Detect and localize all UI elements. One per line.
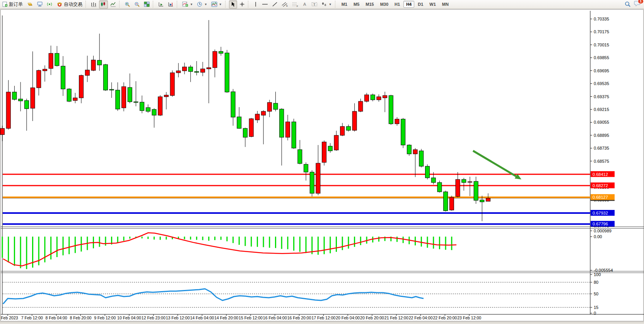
toolbar-separator <box>177 1 179 8</box>
candle-body <box>261 111 266 115</box>
text-label-button[interactable]: T <box>310 0 319 9</box>
candle-body <box>316 163 320 193</box>
auto-trading-label: 自动交易 <box>64 1 82 8</box>
tile-windows-button[interactable] <box>142 0 151 9</box>
candlestick-chart-button[interactable] <box>99 0 108 9</box>
bar-chart-icon <box>91 2 97 7</box>
tf-m30-button[interactable]: M30 <box>378 1 391 8</box>
hline-price-label: 0.68412 <box>593 172 608 177</box>
auto-trading-icon <box>56 2 63 7</box>
tf-w1-button[interactable]: W1 <box>427 1 439 8</box>
date-axis-label: 16 Feb 04:00 <box>263 315 287 320</box>
tf-m5-button[interactable]: M5 <box>351 1 362 8</box>
auto-trading-button[interactable]: 自动交易 <box>55 0 84 9</box>
tf-mn-button[interactable]: MN <box>439 1 451 8</box>
indicators-button[interactable]: ▼ <box>181 0 195 9</box>
search-icon[interactable] <box>625 1 631 7</box>
macd-axis-tick: 0.000989 <box>594 229 612 233</box>
tf-m15-button[interactable]: M15 <box>363 1 376 8</box>
vertical-line-icon <box>253 2 258 7</box>
cursor-button[interactable] <box>229 0 237 9</box>
rsi-axis-tick: 0 <box>594 311 596 315</box>
price-axis-tick: 0.69375 <box>594 94 609 99</box>
clock-icon <box>197 2 203 7</box>
date-axis-label: 23 Feb 12:00 <box>457 315 481 320</box>
price-axis-tick: 0.69215 <box>594 107 609 112</box>
horizontal-line-icon <box>262 2 268 7</box>
tile-windows-icon <box>144 2 150 7</box>
date-axis-label: 21 Feb 12:00 <box>384 315 408 320</box>
tf-d1-button[interactable]: D1 <box>415 1 426 8</box>
toolbar-separator <box>248 1 250 8</box>
zoom-in-button[interactable] <box>123 0 132 9</box>
date-axis-label: 17 Feb 12:00 <box>311 315 335 320</box>
candle-body <box>61 66 65 89</box>
candle-body <box>474 181 478 200</box>
gold-button[interactable] <box>25 0 34 9</box>
toolbar-right-group: 1 <box>625 0 644 8</box>
tf-h4-button[interactable]: H4 <box>403 1 414 8</box>
horizontal-line-button[interactable] <box>260 0 270 9</box>
hline-price-label: 0.68272 <box>593 183 608 188</box>
templates-button[interactable]: ▼ <box>210 0 224 9</box>
date-axis-label: 15 Feb 12:00 <box>239 315 263 320</box>
vertical-line-button[interactable] <box>252 0 260 9</box>
date-axis-label: 8 Feb 20:00 <box>70 315 91 320</box>
price-axis-tick: 0.69055 <box>594 120 609 124</box>
candle-body <box>383 95 387 98</box>
new-order-icon <box>2 2 8 7</box>
candle-body <box>37 70 41 88</box>
tf-h1-button[interactable]: H1 <box>392 1 403 8</box>
arrows-button[interactable]: ▼ <box>320 0 333 9</box>
candle-body <box>456 179 460 196</box>
svg-text:A: A <box>303 2 306 7</box>
chart-shift-icon <box>168 2 174 7</box>
candle-body <box>340 126 345 135</box>
candle-body <box>371 95 375 100</box>
market-watch-button[interactable] <box>35 0 44 9</box>
candle-body <box>292 122 296 148</box>
candle-body <box>449 197 454 210</box>
signal-button[interactable] <box>45 0 54 9</box>
crosshair-button[interactable] <box>238 0 246 9</box>
auto-scroll-button[interactable] <box>157 0 166 9</box>
text-icon: A <box>302 2 307 7</box>
date-axis-label: 20 Feb 04:00 <box>336 315 360 320</box>
rsi-axis-tick: 80 <box>594 280 598 285</box>
zoom-out-button[interactable] <box>133 0 142 9</box>
candle-body <box>359 101 363 111</box>
candle-body <box>43 69 47 71</box>
candle-body <box>85 70 89 75</box>
equidistant-channel-button[interactable]: E <box>280 0 290 9</box>
new-order-button[interactable]: 新订单 <box>1 0 24 9</box>
candle-body <box>122 87 126 108</box>
template-icon <box>211 2 217 7</box>
line-chart-button[interactable] <box>109 0 118 9</box>
line-chart-icon <box>110 2 116 7</box>
candle-body <box>334 135 338 150</box>
date-axis-label: 22 Feb 04:00 <box>409 315 433 320</box>
candle-body <box>352 111 357 130</box>
bar-chart-button[interactable] <box>89 0 98 9</box>
candle-body <box>462 179 466 182</box>
notifications-button[interactable]: 1 <box>634 0 641 8</box>
tf-m1-button[interactable]: M1 <box>339 1 350 8</box>
toolbar-separator <box>335 1 337 8</box>
chart-canvas[interactable]: MACD(12,26,9) -0.002189 -0.002198 RSI(14… <box>0 0 644 324</box>
trendline-icon <box>272 2 278 7</box>
candle-body <box>225 53 229 92</box>
date-axis-label: 10 Feb 04:00 <box>117 315 141 320</box>
candle-body <box>188 67 193 72</box>
candle-body <box>425 166 430 178</box>
arrows-icon <box>321 2 327 7</box>
hline-price-label: 0.68127 <box>593 195 608 200</box>
fibonacci-button[interactable]: F <box>290 0 300 9</box>
chart-shift-button[interactable] <box>166 0 175 9</box>
svg-text:F: F <box>297 5 298 7</box>
candle-body <box>176 71 181 73</box>
candle-body <box>298 150 302 164</box>
text-button[interactable]: A <box>301 0 309 9</box>
trendline-button[interactable] <box>270 0 279 9</box>
periods-button[interactable]: ▼ <box>195 0 209 9</box>
dropdown-caret-icon: ▼ <box>219 3 222 6</box>
